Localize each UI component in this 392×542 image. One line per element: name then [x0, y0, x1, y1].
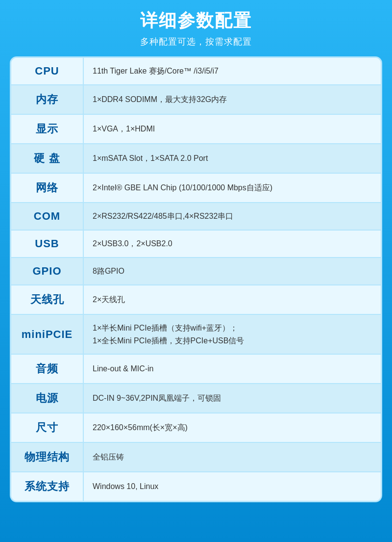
spec-label: 显示 — [11, 115, 84, 143]
spec-value: 8路GPIO — [84, 258, 381, 284]
table-row: 显示1×VGA，1×HDMI — [11, 115, 381, 144]
table-row: 音频Line-out & MIC-in — [11, 355, 381, 384]
spec-value: DC-IN 9~36V,2PIN凤凰端子，可锁固 — [84, 384, 381, 413]
spec-label: 物理结构 — [11, 443, 84, 471]
table-row: 内存1×DDR4 SODIMM，最大支持32G内存 — [11, 85, 381, 115]
spec-value: 11th Tiger Lake 赛扬/Core™ /i3/i5/i7 — [84, 58, 381, 84]
table-row: USB2×USB3.0，2×USB2.0 — [11, 231, 381, 258]
table-row: COM2×RS232/RS422/485串口,4×RS232串口 — [11, 203, 381, 231]
page-subtitle: 多种配置可选，按需求配置 — [140, 36, 252, 48]
spec-value: 220×160×56mm(长×宽×高) — [84, 413, 381, 442]
spec-label: CPU — [11, 58, 84, 84]
spec-value: 2×天线孔 — [84, 285, 381, 314]
spec-label: 尺寸 — [11, 413, 84, 442]
spec-label: 天线孔 — [11, 285, 84, 314]
spec-label: 音频 — [11, 355, 84, 383]
spec-value: 2×USB3.0，2×USB2.0 — [84, 231, 381, 257]
spec-value: 1×DDR4 SODIMM，最大支持32G内存 — [84, 85, 381, 114]
spec-value: 1×mSATA Slot，1×SATA 2.0 Port — [84, 144, 381, 173]
spec-label: USB — [11, 231, 84, 257]
spec-label: COM — [11, 203, 84, 230]
table-row: GPIO8路GPIO — [11, 258, 381, 285]
table-row: 网络2×Intel® GBE LAN Chip (10/100/1000 Mbp… — [11, 174, 381, 203]
table-row: 天线孔2×天线孔 — [11, 285, 381, 315]
table-row: 物理结构全铝压铸 — [11, 443, 381, 472]
spec-value: Line-out & MIC-in — [84, 355, 381, 383]
table-row: miniPCIE1×半长Mini PCIe插槽（支持wifi+蓝牙）； 1×全长… — [11, 315, 381, 355]
table-row: 尺寸220×160×56mm(长×宽×高) — [11, 413, 381, 443]
spec-value: 1×半长Mini PCIe插槽（支持wifi+蓝牙）； 1×全长Mini PCI… — [84, 315, 381, 354]
spec-label: 电源 — [11, 384, 84, 413]
page-title: 详细参数配置 — [140, 9, 252, 33]
table-row: 电源DC-IN 9~36V,2PIN凤凰端子，可锁固 — [11, 384, 381, 413]
table-row: 系统支持Windows 10, Linux — [11, 472, 381, 501]
spec-value: 2×RS232/RS422/485串口,4×RS232串口 — [84, 203, 381, 230]
spec-value: Windows 10, Linux — [84, 472, 381, 501]
spec-value: 全铝压铸 — [84, 443, 381, 471]
spec-label: miniPCIE — [11, 315, 84, 354]
spec-label: GPIO — [11, 258, 84, 284]
spec-label: 硬 盘 — [11, 144, 84, 173]
spec-label: 网络 — [11, 174, 84, 202]
spec-label: 内存 — [11, 85, 84, 114]
table-row: CPU11th Tiger Lake 赛扬/Core™ /i3/i5/i7 — [11, 58, 381, 85]
spec-label: 系统支持 — [11, 472, 84, 501]
spec-value: 2×Intel® GBE LAN Chip (10/100/1000 Mbps自… — [84, 174, 381, 202]
specs-table: CPU11th Tiger Lake 赛扬/Core™ /i3/i5/i7内存1… — [10, 56, 382, 502]
table-row: 硬 盘1×mSATA Slot，1×SATA 2.0 Port — [11, 144, 381, 174]
spec-value: 1×VGA，1×HDMI — [84, 115, 381, 143]
